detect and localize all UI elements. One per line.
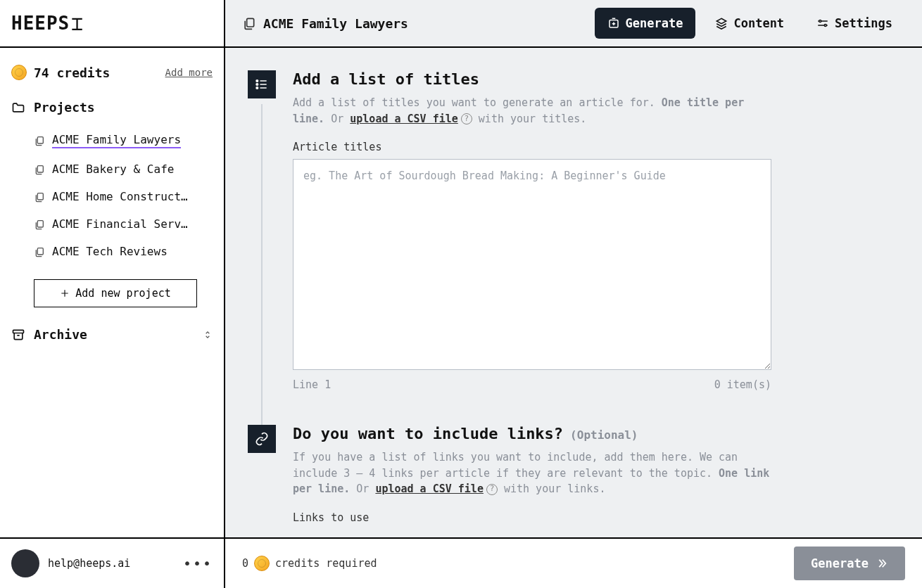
folder-icon bbox=[11, 101, 25, 115]
add-project-button[interactable]: Add new project bbox=[34, 279, 197, 307]
coin-icon bbox=[254, 556, 270, 571]
sidebar-item-label: ACME Home Construct… bbox=[52, 190, 188, 203]
projects-header: Projects bbox=[11, 100, 213, 115]
tab-content-label: Content bbox=[733, 16, 784, 30]
project-list: ACME Family Lawyers ACME Bakery & Cafe A… bbox=[34, 126, 213, 265]
generate-icon bbox=[607, 17, 620, 30]
sidebar-item-label: ACME Financial Serv… bbox=[52, 217, 188, 231]
archive-icon bbox=[11, 328, 25, 342]
svg-rect-7 bbox=[37, 220, 43, 226]
files-icon bbox=[34, 191, 45, 203]
article-titles-input[interactable] bbox=[293, 159, 771, 370]
sliders-icon bbox=[816, 17, 829, 30]
credits-row: 74 credits Add more bbox=[11, 65, 213, 80]
add-more-credits-link[interactable]: Add more bbox=[165, 67, 213, 78]
help-icon[interactable]: ? bbox=[486, 484, 498, 495]
credits-required: 0 credits required bbox=[242, 556, 377, 571]
svg-rect-8 bbox=[37, 248, 43, 254]
sidebar-item-project[interactable]: ACME Family Lawyers bbox=[34, 126, 213, 155]
svg-point-12 bbox=[256, 87, 258, 89]
add-project-label: Add new project bbox=[75, 287, 170, 300]
sidebar: 74 credits Add more Projects ACME Family… bbox=[0, 48, 225, 537]
textarea-footer: Line 1 0 item(s) bbox=[293, 378, 771, 391]
step-title-text: Add a list of titles bbox=[293, 70, 479, 88]
svg-rect-6 bbox=[37, 193, 43, 199]
coin-icon bbox=[11, 65, 27, 80]
layers-icon bbox=[715, 17, 728, 30]
optional-tag: (Optional) bbox=[570, 428, 638, 442]
credits-required-count: 0 bbox=[242, 557, 248, 570]
generate-button-label: Generate bbox=[811, 556, 869, 570]
topbar: ACME Family Lawyers Generate Content Set… bbox=[225, 0, 922, 48]
sidebar-item-project[interactable]: ACME Bakery & Cafe bbox=[34, 155, 213, 183]
svg-point-2 bbox=[819, 20, 821, 23]
step-title: Do you want to include links? (Optional) bbox=[293, 425, 771, 442]
sidebar-item-label: ACME Family Lawyers bbox=[52, 133, 181, 148]
archive-section[interactable]: Archive bbox=[11, 327, 213, 342]
files-icon bbox=[242, 16, 256, 30]
action-bar: 0 credits required Generate bbox=[225, 537, 922, 588]
plus-icon bbox=[60, 288, 70, 298]
avatar[interactable] bbox=[11, 549, 39, 577]
svg-point-11 bbox=[256, 84, 258, 86]
step-title-text: Do you want to include links? bbox=[293, 425, 563, 442]
sidebar-item-project[interactable]: ACME Home Construct… bbox=[34, 183, 213, 210]
item-count: 0 item(s) bbox=[714, 378, 771, 391]
credits-required-label: credits required bbox=[275, 557, 377, 570]
chevron-up-down-icon bbox=[203, 328, 213, 341]
step-description: If you have a list of links you want to … bbox=[293, 449, 771, 497]
chevron-double-right-icon bbox=[876, 557, 888, 570]
svg-rect-5 bbox=[37, 165, 43, 172]
files-icon bbox=[34, 246, 45, 257]
sidebar-item-project[interactable]: ACME Tech Reviews bbox=[34, 238, 213, 265]
step-links: Do you want to include links? (Optional)… bbox=[248, 425, 880, 530]
svg-rect-4 bbox=[37, 137, 43, 143]
account-bar: help@heeps.ai ••• bbox=[0, 537, 225, 588]
files-icon bbox=[34, 164, 45, 175]
brand-logo[interactable]: HEEPS⌶ bbox=[11, 12, 78, 35]
tab-settings-label: Settings bbox=[835, 16, 892, 30]
help-icon[interactable]: ? bbox=[461, 113, 472, 124]
cursor-icon: ⌶ bbox=[71, 12, 78, 35]
line-status: Line 1 bbox=[293, 378, 331, 391]
link-icon bbox=[248, 425, 276, 453]
upload-csv-link[interactable]: upload a CSV file bbox=[375, 482, 484, 495]
topbar-logo-area: HEEPS⌶ bbox=[0, 0, 225, 48]
step-titles: Add a list of titles Add a list of title… bbox=[248, 70, 880, 391]
generate-button[interactable]: Generate bbox=[794, 547, 905, 580]
tab-settings[interactable]: Settings bbox=[804, 8, 905, 39]
step-description: Add a list of titles you want to generat… bbox=[293, 95, 771, 127]
sidebar-item-project[interactable]: ACME Financial Serv… bbox=[34, 210, 213, 238]
main-content: Add a list of titles Add a list of title… bbox=[225, 48, 922, 537]
brand-name: HEEPS bbox=[11, 13, 70, 34]
svg-rect-9 bbox=[13, 330, 24, 333]
files-icon bbox=[34, 219, 45, 230]
project-title-text: ACME Family Lawyers bbox=[263, 16, 408, 31]
tab-generate[interactable]: Generate bbox=[595, 8, 696, 39]
svg-point-10 bbox=[256, 80, 258, 82]
projects-header-label: Projects bbox=[34, 100, 95, 115]
sidebar-item-label: ACME Tech Reviews bbox=[52, 245, 168, 258]
svg-rect-0 bbox=[247, 18, 254, 27]
files-icon bbox=[34, 135, 45, 146]
credits-count: 74 credits bbox=[34, 65, 110, 80]
more-menu-button[interactable]: ••• bbox=[183, 555, 213, 572]
sidebar-item-label: ACME Bakery & Cafe bbox=[52, 162, 174, 176]
archive-label: Archive bbox=[34, 327, 87, 342]
field-label: Article titles bbox=[293, 141, 771, 153]
tab-generate-label: Generate bbox=[626, 16, 683, 30]
step-title: Add a list of titles bbox=[293, 70, 771, 88]
upload-csv-link[interactable]: upload a CSV file bbox=[350, 113, 458, 125]
account-email: help@heeps.ai bbox=[48, 557, 130, 570]
list-icon bbox=[248, 70, 276, 98]
field-label: Links to use bbox=[293, 511, 771, 524]
tab-content[interactable]: Content bbox=[702, 8, 797, 39]
current-project-title: ACME Family Lawyers bbox=[242, 16, 408, 31]
svg-point-3 bbox=[824, 25, 826, 27]
